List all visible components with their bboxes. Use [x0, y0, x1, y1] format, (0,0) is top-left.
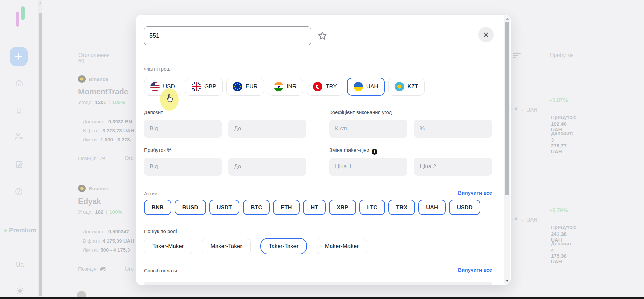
fiat-value: 4 175,39 UAH — [102, 236, 134, 245]
deposit-to-input[interactable] — [228, 120, 306, 138]
assets-clear-all-link[interactable]: Вилучити все — [416, 190, 492, 196]
currency-code: TRY — [326, 83, 337, 90]
available-value: 0,3932 BN — [108, 117, 132, 126]
deposit-label: Депозит: — [551, 130, 573, 136]
inr-flag-icon — [274, 82, 283, 91]
language-switch: Ua — [16, 261, 24, 268]
next-listing-header: Ого — [125, 155, 134, 161]
asset-chip-usdd[interactable]: USDD — [449, 200, 480, 215]
usd-flag-icon — [150, 82, 160, 91]
currency-chip-try[interactable]: TRY — [307, 78, 343, 96]
uah-flag-icon — [354, 82, 363, 91]
bookmark-icon — [15, 106, 23, 115]
try-flag-icon — [313, 82, 322, 91]
exchange-row: Binance — [78, 185, 108, 192]
currency-chip-eur[interactable]: EUR — [226, 78, 264, 96]
position-label: Позиція: — [78, 155, 98, 161]
app-logo-icon — [21, 6, 25, 20]
deposit-value: 4 175,38 UAH — [551, 247, 567, 264]
asset-chip-btc[interactable]: BTC — [243, 200, 270, 215]
search-input[interactable]: 551 — [144, 26, 311, 45]
profit-label: Прибуток: — [551, 224, 577, 230]
currency-chip-uah[interactable]: UAH — [347, 78, 385, 96]
payment-clear-all-link[interactable]: Вилучити все — [416, 267, 492, 273]
profit-from-input[interactable] — [144, 158, 222, 176]
listings-header: Оголошення #1 — [78, 52, 110, 65]
asset-code: LTC — [367, 204, 377, 211]
position-row: Позиція: #4 — [78, 155, 106, 161]
profit-label: Прибуток: — [551, 114, 577, 120]
scroll-up-icon[interactable] — [506, 18, 509, 20]
scroll-down-icon[interactable] — [506, 280, 509, 282]
assets-section-label: Актив — [144, 190, 157, 196]
home-icon — [15, 78, 24, 88]
filter-icon — [513, 53, 521, 58]
execution-count-input[interactable] — [329, 120, 407, 138]
role-chip-taker-maker[interactable]: Taker-Maker — [144, 238, 192, 254]
trades-value: 182 — [95, 209, 103, 215]
user-remove-icon — [14, 131, 24, 141]
currency-chip-inr[interactable]: INR — [268, 78, 303, 96]
limits-value: 1 000 - 3 278, — [100, 135, 131, 144]
close-button[interactable] — [478, 27, 494, 42]
maker-price2-input[interactable] — [414, 158, 492, 176]
gbp-flag-icon — [192, 82, 201, 91]
position-value: #5 — [100, 266, 106, 272]
asset-code: BNB — [152, 204, 164, 211]
maker-label-text: Зміна maker-ціни — [329, 147, 369, 153]
trades-value: 1201 — [95, 99, 106, 105]
profit-to-input[interactable] — [228, 158, 306, 176]
asset-chip-uah[interactable]: UAH — [418, 200, 446, 215]
profit-section-label: Прибуток % — [144, 147, 171, 153]
success-rate: 100% — [109, 209, 122, 215]
currency-code: UAH — [366, 83, 378, 90]
asset-chip-xrp[interactable]: XRP — [329, 200, 356, 215]
role-chip-maker-maker[interactable]: Maker-Maker — [317, 238, 367, 254]
binance-logo-icon — [78, 75, 86, 83]
role-chip-taker-taker[interactable]: Taker-Taker — [260, 238, 307, 254]
asset-chip-trx[interactable]: TRX — [388, 200, 415, 215]
available-label: Доступно: — [83, 117, 106, 126]
payment-method-input[interactable] — [144, 282, 492, 285]
trades-label: Угоди: — [78, 209, 93, 215]
modal-scrollbar[interactable] — [504, 15, 510, 284]
role-label: Maker-Taker — [210, 243, 242, 250]
favorite-star-icon[interactable] — [317, 30, 328, 42]
available-value: 0,500347 — [108, 227, 129, 236]
arrow-icon: → — [519, 107, 524, 113]
modal-scrollbar-thumb[interactable] — [505, 22, 509, 195]
asset-code: BUSD — [182, 204, 198, 211]
asset-chip-busd[interactable]: BUSD — [175, 200, 206, 215]
payment-section-label: Спосіб оплати — [144, 268, 177, 273]
arrow-icon: → — [519, 217, 524, 223]
currency-chip-kzt[interactable]: KZT — [388, 78, 425, 96]
asset-code: USDD — [457, 204, 473, 211]
asset-chip-ltc[interactable]: LTC — [359, 200, 385, 215]
help-icon — [14, 187, 23, 196]
asset-chip-eth[interactable]: ETH — [273, 200, 300, 215]
divider: | — [109, 99, 110, 105]
position-label: Позиція: — [78, 266, 98, 272]
maker-price1-input[interactable] — [329, 158, 407, 176]
asset-chip-ht[interactable]: HT — [303, 200, 326, 215]
asset-chip-usdt[interactable]: USDT — [209, 200, 240, 215]
eur-flag-icon — [233, 82, 242, 91]
execution-percent-input[interactable] — [414, 120, 492, 138]
fiat-label: В фіаті: — [83, 126, 100, 135]
deposit-label: Депозит: — [551, 241, 573, 246]
asset-chip-bnb[interactable]: BNB — [144, 200, 171, 215]
role-label: Maker-Maker — [325, 243, 359, 250]
role-label: Taker-Maker — [152, 243, 184, 250]
role-chip-maker-taker[interactable]: Maker-Taker — [202, 238, 250, 254]
bottom-bar — [0, 297, 644, 299]
page-scrollbar-thumb — [39, 13, 42, 296]
fiat-label: В фіаті: — [83, 236, 100, 245]
maker-section-label: Зміна maker-ціниi — [329, 147, 377, 155]
profit-header: Прибуток — [550, 52, 573, 58]
deposit-from-input[interactable] — [144, 120, 222, 138]
currency-chip-gbp[interactable]: GBP — [185, 78, 223, 96]
change-percent: +5.79% — [549, 208, 568, 214]
success-rate: 100% — [112, 99, 125, 105]
asset-code: ETH — [281, 204, 292, 211]
info-icon[interactable]: i — [372, 149, 377, 155]
